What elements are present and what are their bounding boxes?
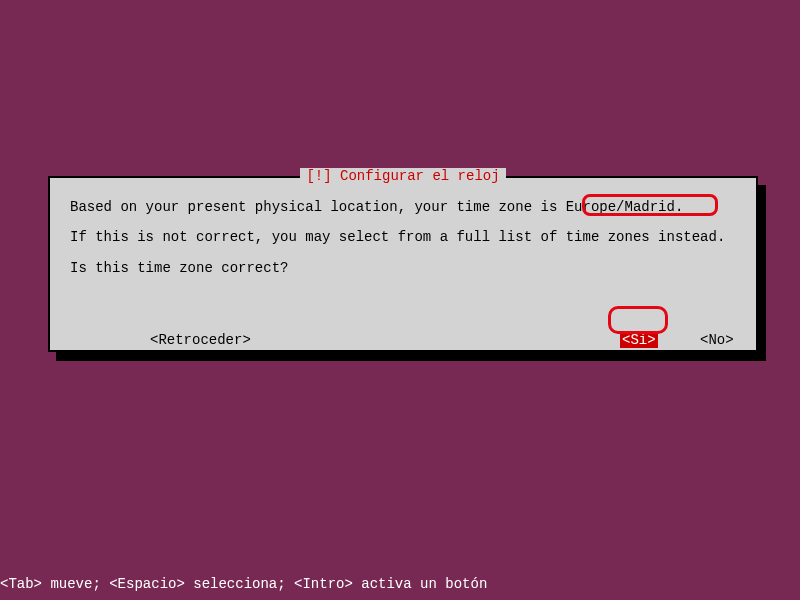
dialog-body: Based on your present physical location,… (70, 196, 736, 279)
configure-clock-dialog: [!] Configurar el reloj Based on your pr… (48, 176, 758, 352)
line2: If this is not correct, you may select f… (70, 226, 736, 248)
yes-button[interactable]: <Sí> (620, 332, 658, 348)
line3: Is this time zone correct? (70, 257, 736, 279)
line1-suffix: . (675, 199, 683, 215)
back-button[interactable]: <Retroceder> (150, 332, 251, 348)
dialog-title: [!] Configurar el reloj (300, 168, 505, 184)
detected-timezone: Europe/Madrid (566, 199, 675, 215)
help-line: <Tab> mueve; <Espacio> selecciona; <Intr… (0, 576, 487, 592)
line1-prefix: Based on your present physical location,… (70, 199, 566, 215)
yes-button-label: <Sí> (620, 332, 658, 348)
no-button[interactable]: <No> (700, 332, 734, 348)
timezone-detected-line: Based on your present physical location,… (70, 196, 736, 218)
